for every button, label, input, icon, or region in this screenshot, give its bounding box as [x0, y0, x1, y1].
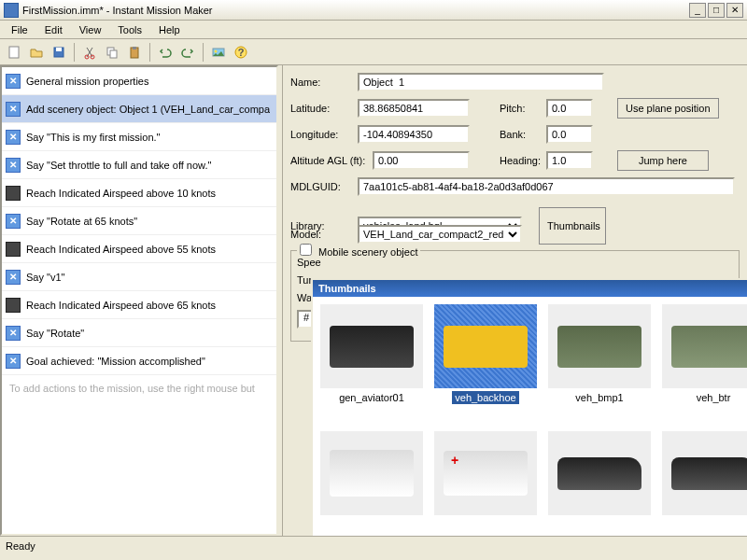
- pitch-input[interactable]: [546, 99, 593, 118]
- svg-rect-8: [133, 47, 136, 49]
- paste-button[interactable]: [124, 42, 145, 63]
- longitude-input[interactable]: [358, 125, 470, 144]
- action-item[interactable]: ✕Say "Rotate": [2, 319, 276, 347]
- svg-rect-0: [9, 47, 19, 58]
- thumbnail-item[interactable]: veh_btr: [662, 304, 747, 403]
- mobile-scenery-checkbox[interactable]: [300, 244, 312, 256]
- label-latitude: Latitude:: [290, 103, 352, 114]
- vehicle-thumbnail-icon: [320, 431, 423, 515]
- action-item[interactable]: ✕Say "Set throttle to full and take off …: [2, 151, 276, 179]
- label-name: Name:: [290, 77, 352, 88]
- action-item[interactable]: Reach Indicated Airspeed above 65 knots: [2, 291, 276, 319]
- action-item-text: Say "This is my first mission.": [26, 132, 161, 143]
- label-pitch: Pitch:: [500, 103, 541, 114]
- action-item-text: Reach Indicated Airspeed above 55 knots: [26, 244, 216, 255]
- workspace: ✕General mission properties✕Add scenery …: [0, 65, 747, 536]
- blue-x-icon: ✕: [6, 102, 21, 117]
- action-item-text: Say "Rotate": [26, 328, 84, 339]
- thumbnail-item[interactable]: gen_aviator01: [320, 304, 423, 403]
- undo-button[interactable]: [155, 42, 176, 63]
- cut-button[interactable]: [79, 42, 100, 63]
- blue-x-icon: ✕: [6, 158, 21, 173]
- blue-x-icon: ✕: [6, 214, 21, 229]
- close-button[interactable]: ✕: [726, 3, 743, 18]
- thumbnail-item[interactable]: veh_bmp1: [548, 304, 651, 403]
- menu-view[interactable]: View: [72, 22, 109, 37]
- label-longitude: Longitude:: [290, 129, 352, 140]
- action-item[interactable]: ✕Goal achieved: "Mission accomplished": [2, 347, 276, 375]
- label-speed: Spee: [297, 257, 359, 268]
- thumbnail-item[interactable]: [662, 431, 747, 519]
- open-button[interactable]: [26, 42, 47, 63]
- action-item[interactable]: ✕Say "Rotate at 65 knots": [2, 207, 276, 235]
- model-select[interactable]: VEH_Land_car_compact2_red: [358, 225, 522, 244]
- menu-help[interactable]: Help: [151, 22, 188, 37]
- blue-x-icon: ✕: [6, 74, 21, 89]
- thumbnails-button[interactable]: Thumbnails: [539, 207, 606, 245]
- mdlguid-input[interactable]: [358, 177, 735, 196]
- action-item-text: Say "Rotate at 65 knots": [26, 216, 137, 227]
- label-model: Model:: [290, 229, 352, 240]
- name-input[interactable]: [358, 73, 604, 91]
- latitude-input[interactable]: [358, 99, 470, 118]
- toolbar-separator: [149, 43, 150, 62]
- thumbnail-item[interactable]: [434, 431, 537, 519]
- action-item-text: Reach Indicated Airspeed above 65 knots: [26, 300, 216, 311]
- menu-tools[interactable]: Tools: [110, 22, 149, 37]
- menu-edit[interactable]: Edit: [37, 22, 70, 37]
- svg-text:?: ?: [238, 47, 245, 58]
- thumbnails-title[interactable]: Thumbnails: [313, 280, 747, 297]
- thumbnail-label: veh_bmp1: [575, 392, 623, 403]
- mobile-scenery-title: Mobile scenery object: [297, 244, 420, 258]
- jump-here-button[interactable]: Jump here: [617, 150, 709, 171]
- svg-point-10: [215, 49, 218, 52]
- help-button[interactable]: ?: [231, 42, 251, 63]
- vehicle-thumbnail-icon: [662, 431, 747, 515]
- status-text: Ready: [6, 540, 35, 552]
- vehicle-thumbnail-icon: [548, 304, 651, 388]
- blue-x-icon: ✕: [6, 270, 21, 285]
- action-list[interactable]: ✕General mission properties✕Add scenery …: [0, 65, 278, 536]
- heading-input[interactable]: [546, 151, 593, 170]
- action-item[interactable]: ✕Say "This is my first mission.": [2, 123, 276, 151]
- title-bar: FirstMission.imm* - Instant Mission Make…: [0, 0, 747, 21]
- window-title: FirstMission.imm* - Instant Mission Make…: [22, 5, 689, 16]
- save-button[interactable]: [49, 42, 69, 63]
- black-arrow-icon: [6, 298, 21, 313]
- label-bank: Bank:: [500, 129, 541, 140]
- blue-x-icon: ✕: [6, 354, 21, 369]
- properties-panel: Name: Latitude: Pitch: Use plane positio…: [283, 65, 747, 536]
- action-item[interactable]: Reach Indicated Airspeed above 10 knots: [2, 179, 276, 207]
- minimize-button[interactable]: _: [689, 3, 706, 18]
- thumbnail-item[interactable]: [548, 431, 651, 519]
- action-item[interactable]: ✕General mission properties: [2, 67, 276, 95]
- action-item-text: General mission properties: [26, 76, 148, 87]
- black-arrow-icon: [6, 242, 21, 257]
- black-arrow-icon: [6, 186, 21, 201]
- blue-x-icon: ✕: [6, 130, 21, 145]
- action-item-text: Say "v1": [26, 272, 64, 283]
- action-item[interactable]: ✕Say "v1": [2, 263, 276, 291]
- copy-button[interactable]: [102, 42, 122, 63]
- maximize-button[interactable]: □: [708, 3, 725, 18]
- thumbnail-item[interactable]: veh_backhoe: [434, 304, 537, 403]
- bank-input[interactable]: [546, 125, 593, 144]
- altitude-input[interactable]: [373, 151, 470, 170]
- menu-bar: File Edit View Tools Help: [0, 21, 747, 39]
- action-item-text: Reach Indicated Airspeed above 10 knots: [26, 188, 216, 199]
- menu-file[interactable]: File: [4, 22, 35, 37]
- use-plane-position-button[interactable]: Use plane position: [617, 98, 719, 119]
- redo-button[interactable]: [177, 42, 198, 63]
- toolbar-separator: [74, 43, 75, 62]
- thumbnails-window: Thumbnails gen_aviator01veh_backhoeveh_b…: [311, 278, 747, 536]
- app-icon: [4, 3, 19, 18]
- action-item[interactable]: ✕Add scenery object: Object 1 (VEH_Land_…: [2, 95, 276, 123]
- new-button[interactable]: [4, 42, 24, 63]
- action-item-text: Goal achieved: "Mission accomplished": [26, 356, 205, 367]
- vehicle-thumbnail-icon: [320, 304, 423, 388]
- vehicle-thumbnail-icon: [434, 304, 537, 388]
- thumbnail-label: veh_btr: [697, 392, 731, 403]
- thumbnail-item[interactable]: [320, 431, 423, 519]
- image-button[interactable]: [208, 42, 229, 63]
- action-item[interactable]: Reach Indicated Airspeed above 55 knots: [2, 235, 276, 263]
